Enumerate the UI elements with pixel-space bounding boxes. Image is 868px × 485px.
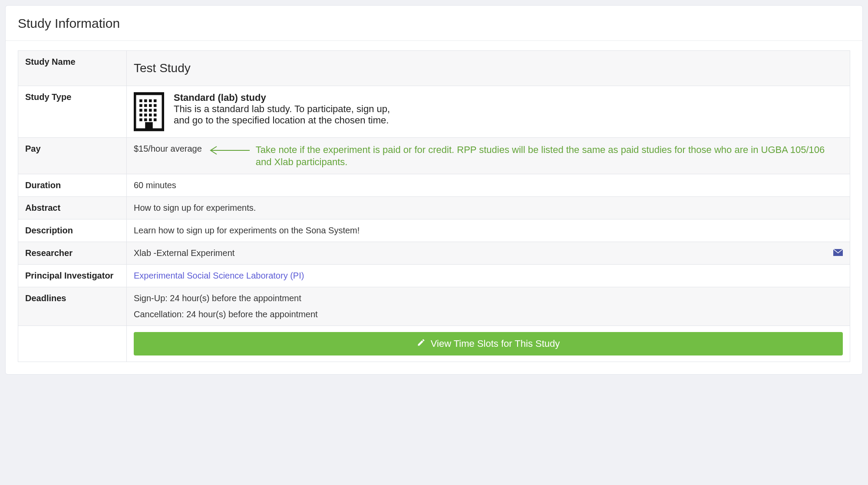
pay-value: $15/hour average [134,144,202,154]
view-time-slots-label: View Time Slots for This Study [431,338,560,349]
panel-title: Study Information [6,6,862,41]
svg-rect-13 [139,113,142,116]
row-pay: Pay $15/hour average Take [18,138,850,174]
svg-rect-19 [149,118,152,121]
row-deadlines: Deadlines Sign-Up: 24 hour(s) before the… [18,287,850,326]
svg-rect-15 [149,113,152,116]
svg-rect-12 [154,109,157,112]
svg-rect-18 [144,118,147,121]
mail-icon[interactable] [833,248,843,258]
study-type-title: Standard (lab) study [174,92,843,103]
abstract-value: How to sign up for experiments. [127,197,850,219]
label-actions-empty [18,326,127,362]
label-duration: Duration [18,174,127,197]
study-info-table: Study Name Test Study Study Type [18,50,850,362]
row-principal-investigator: Principal Investigator Experimental Soci… [18,265,850,287]
label-study-name: Study Name [18,51,127,86]
study-information-card: Study Information Study Name Test Study … [5,5,863,375]
annotation-arrow-icon [207,146,251,157]
svg-rect-7 [149,104,152,107]
row-actions: View Time Slots for This Study [18,326,850,362]
svg-rect-20 [154,118,157,121]
svg-rect-4 [154,100,157,103]
label-deadlines: Deadlines [18,287,127,326]
svg-rect-16 [154,113,157,116]
row-study-type: Study Type [18,86,850,138]
description-value: Learn how to sign up for experiments on … [127,219,850,242]
deadline-cancellation: Cancellation: 24 hour(s) before the appo… [134,309,843,319]
svg-rect-8 [154,104,157,107]
study-type-description: This is a standard lab study. To partici… [174,103,399,126]
svg-rect-14 [144,113,147,116]
svg-rect-1 [139,100,142,103]
label-description: Description [18,219,127,242]
svg-rect-21 [145,122,153,130]
label-principal-investigator: Principal Investigator [18,265,127,287]
pay-annotation: Take note if the experiment is paid or f… [256,144,843,168]
row-description: Description Learn how to sign up for exp… [18,219,850,242]
svg-rect-3 [149,100,152,103]
svg-rect-5 [139,104,142,107]
label-abstract: Abstract [18,197,127,219]
svg-rect-9 [139,109,142,112]
row-study-name: Study Name Test Study [18,51,850,86]
svg-rect-6 [144,104,147,107]
svg-rect-17 [139,118,142,121]
duration-value: 60 minutes [127,174,850,197]
svg-rect-10 [144,109,147,112]
svg-rect-2 [144,100,147,103]
deadline-signup: Sign-Up: 24 hour(s) before the appointme… [134,293,843,303]
row-abstract: Abstract How to sign up for experiments. [18,197,850,219]
row-duration: Duration 60 minutes [18,174,850,197]
building-icon [134,92,164,131]
study-name-value: Test Study [134,57,843,80]
label-pay: Pay [18,138,127,174]
row-researcher: Researcher Xlab -External Experiment [18,242,850,265]
view-time-slots-button[interactable]: View Time Slots for This Study [134,332,843,355]
label-study-type: Study Type [18,86,127,138]
svg-rect-11 [149,109,152,112]
label-researcher: Researcher [18,242,127,265]
principal-investigator-link[interactable]: Experimental Social Science Laboratory (… [134,271,304,280]
researcher-value: Xlab -External Experiment [134,248,234,258]
edit-icon [417,338,426,349]
